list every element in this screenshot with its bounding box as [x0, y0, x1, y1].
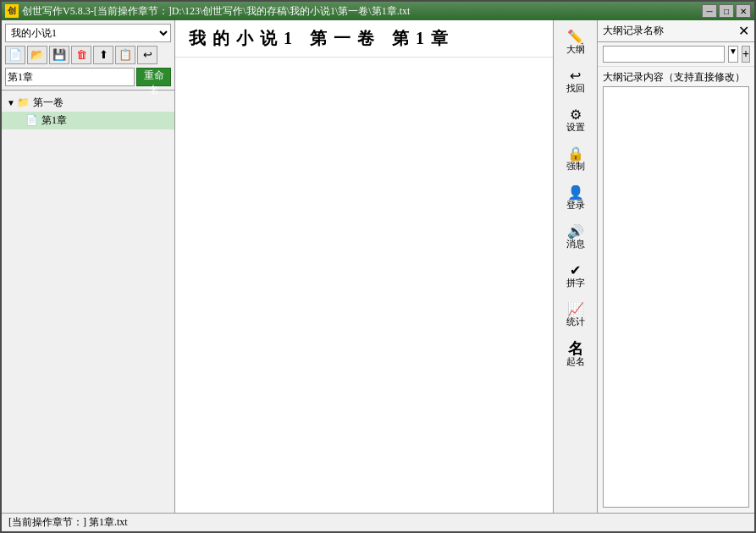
settings-icon: ⚙	[570, 108, 582, 122]
status-bar: [当前操作章节：] 第1章.txt	[2, 513, 754, 531]
outline-add-btn[interactable]: +	[742, 46, 750, 63]
rename-btn[interactable]: 重命名	[136, 68, 171, 86]
title-bar: 创 创世写作V5.8.3-[当前操作章节：]D:\123\创世写作\我的存稿\我…	[2, 2, 754, 20]
stats-icon: 📈	[567, 303, 584, 316]
outline-content-area[interactable]	[603, 86, 749, 508]
app-icon: 创	[5, 4, 19, 18]
outline-dropdown-btn[interactable]: ▼	[728, 46, 738, 63]
up-btn[interactable]: ⬆	[93, 46, 113, 64]
chapter-label: 第1章	[41, 113, 67, 128]
login-label: 登录	[566, 201, 585, 210]
copy-btn[interactable]: 📋	[115, 46, 135, 64]
chapter-icon: 📄	[25, 114, 38, 127]
outline-label: 大纲	[566, 45, 585, 54]
naming-btn[interactable]: 名 起名	[556, 335, 595, 372]
outline-content-label: 大纲记录内容（支持直接修改）	[598, 67, 754, 86]
naming-label: 起名	[566, 357, 585, 366]
save-btn[interactable]: 💾	[49, 46, 69, 64]
spell-icon: ✔	[570, 264, 581, 277]
main-window: 创 创世写作V5.8.3-[当前操作章节：]D:\123\创世写作\我的存稿\我…	[0, 0, 756, 533]
login-icon: 👤	[567, 186, 584, 200]
right-panel-close-btn[interactable]: ✕	[738, 25, 749, 38]
close-btn[interactable]: ✕	[736, 4, 751, 18]
editor-area: 我的小说1 第一卷 第1章	[175, 20, 554, 513]
volume-label: 第一卷	[33, 96, 63, 110]
undo-btn[interactable]: ↩	[137, 46, 157, 64]
chapter-input[interactable]	[5, 68, 135, 86]
tree-volume[interactable]: ▼ 📁 第一卷	[2, 94, 174, 112]
message-btn[interactable]: 🔊 消息	[556, 218, 595, 256]
message-label: 消息	[566, 239, 585, 249]
arrow-icon: ▼	[7, 98, 15, 107]
toolbar-row: 📄 📂 💾 🗑 ⬆ 📋 ↩	[5, 46, 171, 64]
login-btn[interactable]: 👤 登录	[556, 179, 595, 217]
outline-name-input[interactable]	[603, 46, 725, 63]
chapter-row: 重命名	[5, 68, 171, 86]
novel-select[interactable]: 我的小说1	[5, 24, 171, 42]
sidebar-top: 我的小说1 📄 📂 💾 🗑 ⬆ 📋 ↩ 重命名	[2, 20, 174, 91]
new-doc-btn[interactable]: 📄	[5, 46, 25, 64]
outline-btn[interactable]: ✏️ 大纲	[556, 24, 595, 61]
restore-btn[interactable]: ↩ 找回	[556, 63, 595, 100]
right-panel-title: 大纲记录名称	[603, 24, 664, 38]
outline-name-row: ▼ +	[598, 42, 754, 67]
title-bar-left: 创 创世写作V5.8.3-[当前操作章节：]D:\123\创世写作\我的存稿\我…	[5, 4, 410, 19]
sidebar: 我的小说1 📄 📂 💾 🗑 ⬆ 📋 ↩ 重命名	[2, 20, 175, 513]
message-icon: 🔊	[567, 225, 584, 239]
right-panel: 大纲记录名称 ✕ ▼ + 大纲记录内容（支持直接修改）	[598, 20, 754, 513]
lock-btn[interactable]: 🔒 强制	[556, 140, 595, 178]
outline-icon: ✏️	[567, 30, 584, 44]
folder-icon: 📁	[17, 96, 30, 109]
spell-btn[interactable]: ✔ 拼字	[556, 257, 595, 294]
lock-label: 强制	[566, 162, 585, 171]
stats-label: 统计	[566, 317, 585, 327]
lock-icon: 🔒	[567, 147, 584, 161]
editor-title: 我的小说1 第一卷 第1章	[175, 20, 553, 58]
title-text: 创世写作V5.8.3-[当前操作章节：]D:\123\创世写作\我的存稿\我的小…	[22, 4, 410, 19]
editor-content[interactable]	[175, 58, 553, 513]
title-controls: ─ □ ✕	[702, 4, 751, 18]
status-text: [当前操作章节：] 第1章.txt	[8, 515, 128, 530]
icon-toolbar: ✏️ 大纲 ↩ 找回 ⚙ 设置 🔒 强制 👤 登录 🔊 消息	[554, 20, 598, 513]
restore-icon: ↩	[570, 69, 581, 83]
spell-label: 拼字	[566, 278, 585, 288]
stats-btn[interactable]: 📈 统计	[556, 296, 595, 333]
naming-icon: 名	[568, 341, 583, 356]
settings-btn[interactable]: ⚙ 设置	[556, 102, 595, 139]
settings-label: 设置	[566, 123, 585, 132]
minimize-btn[interactable]: ─	[702, 4, 717, 18]
tree-area: ▼ 📁 第一卷 📄 第1章	[2, 91, 174, 513]
tree-chapter[interactable]: 📄 第1章	[2, 112, 174, 129]
maximize-btn[interactable]: □	[719, 4, 734, 18]
right-panel-header: 大纲记录名称 ✕	[598, 20, 754, 42]
delete-btn[interactable]: 🗑	[71, 46, 91, 64]
restore-label: 找回	[566, 84, 585, 93]
novel-select-row: 我的小说1	[5, 24, 171, 42]
main-area: 我的小说1 📄 📂 💾 🗑 ⬆ 📋 ↩ 重命名	[2, 20, 754, 513]
open-btn[interactable]: 📂	[27, 46, 47, 64]
